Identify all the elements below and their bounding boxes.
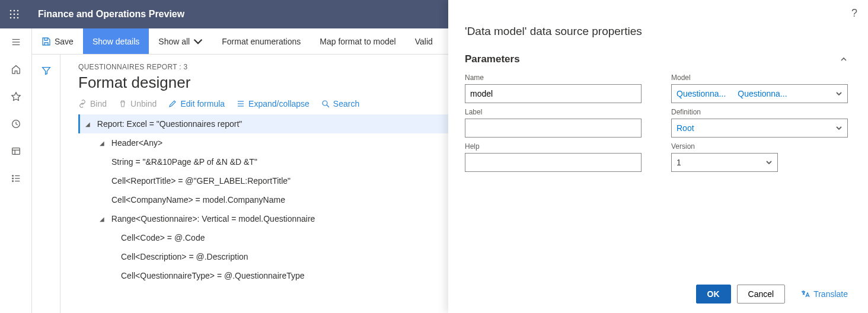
help-label: Help: [465, 142, 642, 151]
cancel-button[interactable]: Cancel: [737, 285, 786, 304]
tree-toggle-icon[interactable]: ◢: [83, 120, 92, 129]
translate-label: Translate: [813, 289, 848, 299]
tree-search-button[interactable]: Search: [321, 99, 359, 108]
clock-icon[interactable]: [0, 110, 32, 138]
unbind-label: Unbind: [130, 99, 157, 108]
show-details-button[interactable]: Show details: [83, 28, 149, 54]
svg-point-6: [10, 17, 12, 19]
label-input[interactable]: [465, 119, 642, 138]
svg-point-4: [14, 14, 15, 15]
star-icon[interactable]: [0, 83, 32, 110]
save-button[interactable]: Save: [32, 28, 83, 54]
label-field: Label: [465, 108, 642, 138]
tree-label: Range<Questionnaire>: Vertical = model.Q…: [111, 213, 315, 225]
model-label: Model: [671, 74, 848, 82]
svg-point-3: [10, 14, 12, 15]
map-format-button[interactable]: Map format to model: [310, 28, 405, 54]
tree-label: String = "&R&10Page &P of &N &D &T": [111, 156, 257, 168]
bind-label: Bind: [90, 99, 107, 108]
format-enum-label: Format enumerations: [222, 37, 301, 46]
save-icon: [42, 37, 51, 46]
hamburger-icon[interactable]: [0, 28, 32, 56]
name-label: Name: [465, 74, 642, 82]
svg-point-7: [14, 17, 15, 19]
svg-rect-15: [12, 148, 20, 155]
save-label: Save: [55, 37, 74, 46]
definition-label: Definition: [671, 108, 848, 116]
filter-column[interactable]: [32, 55, 60, 313]
name-field: Name: [465, 74, 642, 103]
version-select[interactable]: 1: [671, 153, 778, 172]
home-icon[interactable]: [0, 56, 32, 83]
definition-select[interactable]: Root: [671, 119, 848, 138]
parameters-section-header[interactable]: Parameters: [465, 53, 848, 65]
tree-label: Cell<ReportTitle> = @"GER_LABEL:ReportTi…: [111, 175, 291, 187]
cancel-label: Cancel: [748, 289, 774, 299]
label-label: Label: [465, 108, 642, 116]
panel-title: 'Data model' data source properties: [465, 25, 848, 38]
model-value-2: Questionna...: [738, 89, 787, 98]
properties-panel: ? 'Data model' data source properties Pa…: [448, 0, 868, 313]
tree-label: Report: Excel = "Questionnaires report": [97, 118, 242, 130]
svg-point-8: [17, 17, 19, 19]
validate-button[interactable]: Valid: [406, 28, 442, 54]
definition-field: Definition Root: [671, 108, 848, 138]
chevron-up-icon: [840, 55, 848, 63]
expand-collapse-button[interactable]: Expand/collapse: [237, 99, 309, 108]
left-nav: [0, 28, 32, 313]
app-title: Finance and Operations Preview: [38, 9, 184, 20]
pencil-icon: [168, 100, 177, 108]
show-all-button[interactable]: Show all: [149, 28, 212, 54]
list-tree-icon: [237, 100, 245, 108]
tree-toggle-icon[interactable]: ◢: [97, 215, 107, 223]
edit-formula-label: Edit formula: [180, 99, 225, 108]
edit-formula-button[interactable]: Edit formula: [168, 99, 225, 108]
svg-point-20: [12, 178, 13, 179]
svg-point-2: [17, 10, 19, 12]
tree-label: Cell<QuestionnaireType> = @.Questionnair…: [121, 270, 305, 282]
chevron-down-icon: [835, 90, 843, 97]
model-value-1: Questionna...: [676, 89, 726, 98]
link-icon: [78, 100, 87, 108]
filter-icon: [41, 65, 52, 76]
help-icon[interactable]: ?: [851, 7, 857, 20]
tree-label: Cell<Code> = @.Code: [121, 232, 205, 244]
translate-button[interactable]: Translate: [800, 289, 848, 299]
unbind-button[interactable]: Unbind: [119, 99, 157, 108]
ok-button[interactable]: OK: [696, 285, 731, 304]
tree-search-label: Search: [333, 99, 359, 108]
layout-icon[interactable]: [0, 138, 32, 165]
svg-point-0: [10, 10, 12, 12]
format-enumerations-button[interactable]: Format enumerations: [212, 28, 310, 54]
model-field: Model Questionna... Questionna...: [671, 74, 848, 103]
tree-label: Cell<CompanyName> = model.CompanyName: [111, 194, 285, 206]
validate-label: Valid: [415, 37, 433, 46]
ok-label: OK: [707, 289, 720, 299]
svg-point-27: [323, 101, 327, 106]
panel-footer: OK Cancel Translate: [465, 273, 848, 304]
bind-button[interactable]: Bind: [78, 99, 107, 108]
help-input[interactable]: [465, 153, 642, 172]
version-label: Version: [671, 142, 778, 151]
parameters-label: Parameters: [465, 53, 520, 65]
show-details-label: Show details: [92, 37, 139, 46]
app-launcher-icon[interactable]: [0, 0, 28, 28]
svg-point-18: [12, 175, 13, 177]
parameters-form: Name Label Help Model Questionna... Ques…: [465, 74, 848, 177]
trash-icon: [119, 100, 127, 108]
svg-line-28: [327, 105, 329, 107]
chevron-down-icon: [193, 37, 203, 46]
expand-label: Expand/collapse: [248, 99, 309, 108]
model-select[interactable]: Questionna... Questionna...: [671, 84, 848, 103]
search-icon: [321, 100, 330, 108]
svg-point-1: [14, 10, 15, 12]
name-input[interactable]: [465, 84, 642, 103]
tree-toggle-icon[interactable]: ◢: [97, 139, 107, 148]
version-value: 1: [676, 158, 681, 167]
version-field: Version 1: [671, 142, 778, 172]
show-all-label: Show all: [158, 37, 190, 46]
tree-label: Cell<Description> = @.Description: [121, 251, 248, 263]
tree-label: Header<Any>: [111, 137, 162, 149]
list-icon[interactable]: [0, 165, 32, 192]
chevron-down-icon: [765, 159, 773, 166]
